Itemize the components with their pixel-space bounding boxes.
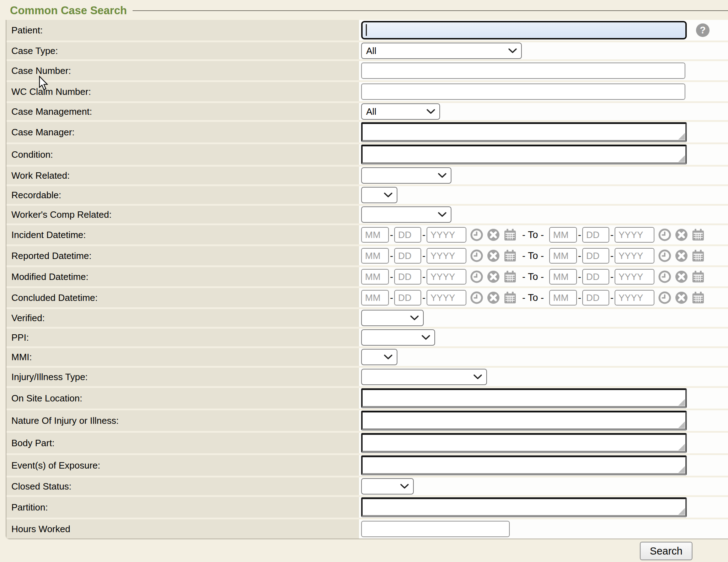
case_management-input-cell: All [359, 103, 728, 120]
modified_datetime-to-month-input[interactable] [549, 269, 577, 285]
modified_datetime-to-year-input[interactable] [615, 269, 654, 285]
resize-grip-icon[interactable] [678, 466, 685, 473]
time-icon[interactable] [470, 249, 483, 263]
calendar-icon[interactable] [691, 270, 705, 283]
mmi-select[interactable] [361, 349, 397, 365]
incident_datetime-from-day-input[interactable] [394, 227, 421, 243]
clear-icon[interactable] [675, 249, 688, 263]
reported_datetime-from-year-input[interactable] [427, 248, 466, 264]
closed_status-select[interactable] [361, 478, 414, 495]
time-icon[interactable] [658, 249, 671, 263]
modified_datetime-from-date-group: -- [361, 269, 517, 285]
row-body_part: Body Part: [6, 433, 728, 453]
case_management-select-value: All [366, 106, 376, 117]
ppi-select[interactable] [361, 329, 435, 346]
concluded_datetime-from-day-input[interactable] [394, 290, 421, 306]
time-icon[interactable] [470, 228, 483, 242]
events_of_exposure-textarea-wrap [361, 455, 687, 475]
case_number-input[interactable] [361, 63, 685, 79]
calendar-icon[interactable] [503, 249, 517, 263]
resize-grip-icon[interactable] [678, 133, 685, 140]
concluded_datetime-from-month-input[interactable] [361, 290, 389, 306]
case_management-select[interactable]: All [361, 103, 440, 120]
patient-input-focused [361, 21, 687, 39]
concluded_datetime-from-year-input[interactable] [427, 290, 466, 306]
incident_datetime-to-month-input[interactable] [549, 227, 577, 243]
chevron-down-icon [473, 374, 482, 379]
modified_datetime-from-year-input[interactable] [427, 269, 466, 285]
modified_datetime-to-day-input[interactable] [582, 269, 609, 285]
patient-input[interactable] [363, 22, 685, 38]
work_related-label-cell: Work Related: [6, 167, 359, 184]
resize-grip-icon[interactable] [678, 155, 685, 162]
verified-select[interactable] [361, 310, 424, 326]
search-form: Patient:?Case Type:AllCase Number:WC Cla… [6, 20, 728, 539]
wc_claim_number-label: WC Claim Number: [11, 86, 91, 97]
reported_datetime-to-year-input[interactable] [615, 248, 654, 264]
clear-icon[interactable] [675, 228, 688, 242]
time-icon[interactable] [658, 228, 671, 242]
chevron-down-icon [384, 193, 392, 198]
modified_datetime-from-month-input[interactable] [361, 269, 389, 285]
search-button[interactable]: Search [640, 542, 692, 560]
workers_comp_related-label: Worker's Comp Related: [11, 209, 112, 220]
hours_worked-input[interactable] [361, 521, 510, 537]
body_part-textarea[interactable] [363, 435, 685, 451]
resize-grip-icon[interactable] [678, 421, 685, 428]
case_type-select[interactable]: All [361, 43, 522, 59]
resize-grip-icon[interactable] [678, 399, 685, 406]
injury_illness_type-select[interactable] [361, 369, 487, 385]
on_site_location-textarea[interactable] [363, 390, 685, 406]
date-separator-dash: - [578, 250, 581, 261]
reported_datetime-to-day-input[interactable] [582, 248, 609, 264]
calendar-icon[interactable] [691, 291, 705, 304]
concluded_datetime-to-month-input[interactable] [549, 290, 577, 306]
recordable-label-cell: Recordable: [6, 186, 359, 204]
time-icon[interactable] [470, 270, 483, 283]
time-icon[interactable] [658, 291, 671, 304]
nature_of_injury_or_illness-label-cell: Nature Of Injury or Illness: [6, 410, 359, 431]
reported_datetime-from-day-input[interactable] [394, 248, 421, 264]
condition-textarea[interactable] [363, 146, 685, 162]
reported_datetime-from-month-input[interactable] [361, 248, 389, 264]
calendar-icon[interactable] [691, 249, 705, 263]
clear-icon[interactable] [487, 228, 500, 242]
case_manager-textarea[interactable] [363, 124, 685, 140]
wc_claim_number-input[interactable] [361, 83, 685, 100]
recordable-select[interactable] [361, 187, 397, 203]
date-range-to-separator: - To - [522, 250, 544, 261]
calendar-icon[interactable] [503, 270, 517, 283]
reported_datetime-to-month-input[interactable] [549, 248, 577, 264]
calendar-icon[interactable] [691, 228, 705, 242]
incident_datetime-from-month-input[interactable] [361, 227, 389, 243]
incident_datetime-to-day-input[interactable] [582, 227, 609, 243]
concluded_datetime-to-day-input[interactable] [582, 290, 609, 306]
work_related-select[interactable] [361, 167, 451, 184]
mmi-label: MMI: [11, 352, 32, 363]
clear-icon[interactable] [675, 270, 688, 283]
case_manager-input-cell [359, 122, 728, 142]
events_of_exposure-textarea[interactable] [363, 457, 685, 473]
concluded_datetime-to-year-input[interactable] [615, 290, 654, 306]
resize-grip-icon[interactable] [678, 508, 685, 515]
clear-icon[interactable] [487, 270, 500, 283]
modified_datetime-from-day-input[interactable] [394, 269, 421, 285]
clear-icon[interactable] [487, 291, 500, 304]
row-workers_comp_related: Worker's Comp Related: [6, 206, 728, 223]
nature_of_injury_or_illness-textarea[interactable] [363, 412, 685, 428]
help-icon[interactable]: ? [696, 23, 710, 37]
text-caret [366, 24, 367, 36]
workers_comp_related-select[interactable] [361, 206, 451, 223]
resize-grip-icon[interactable] [678, 444, 685, 450]
incident_datetime-to-year-input[interactable] [615, 227, 654, 243]
calendar-icon[interactable] [503, 291, 517, 304]
time-icon[interactable] [470, 291, 483, 304]
time-icon[interactable] [658, 270, 671, 283]
incident_datetime-from-year-input[interactable] [427, 227, 466, 243]
incident_datetime-input-cell: --- To --- [359, 225, 728, 244]
body_part-label-cell: Body Part: [6, 433, 359, 453]
partition-textarea[interactable] [363, 499, 685, 515]
clear-icon[interactable] [675, 291, 688, 304]
clear-icon[interactable] [487, 249, 500, 263]
calendar-icon[interactable] [503, 228, 517, 242]
